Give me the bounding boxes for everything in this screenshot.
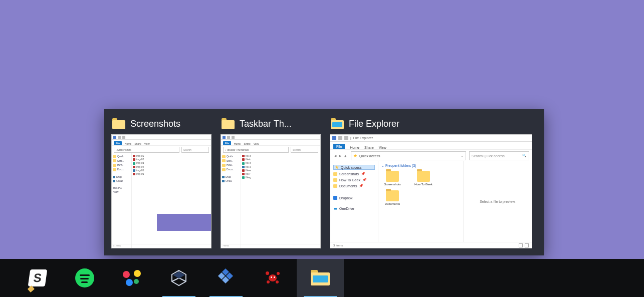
thumb-titlebar: | File Explorer: [330, 135, 532, 142]
preview-thumbnail[interactable]: | File Explorer File Home Share View ◄ ►…: [330, 134, 532, 248]
ribbon-tab: Home: [350, 146, 359, 149]
sidebar-onedrive: OneDrive: [333, 207, 375, 210]
virtualbox-icon: [170, 269, 188, 287]
preview-header: Taskbar Th...: [221, 114, 321, 134]
folder-item: Screenshots: [381, 171, 403, 186]
preview-title: File Explorer: [349, 119, 399, 129]
taskbar-app-explorer[interactable]: [297, 259, 344, 297]
sidebar-item: Screenshots📌: [333, 172, 375, 176]
thumb-sidebar: Quick access Screenshots📌 How To Geek📌 D…: [330, 161, 378, 242]
window-preview[interactable]: File Explorer | File Explorer File Home …: [330, 114, 532, 248]
window-preview[interactable]: Taskbar Th... FileHomeShareView › Taskba…: [221, 114, 321, 248]
file-explorer-icon: [331, 118, 344, 129]
sidebar-quick-access: Quick access: [333, 165, 375, 170]
ribbon-tab: Share: [364, 146, 374, 149]
thumb-title: File Explorer: [353, 136, 373, 140]
preview-title: Taskbar Th...: [240, 119, 292, 129]
folder-icon: [112, 118, 125, 129]
taskbar-app-slack[interactable]: S: [14, 259, 61, 297]
folder-item: How To Geek: [412, 171, 435, 186]
status-text: 3 items: [333, 244, 343, 247]
ribbon-file: File: [333, 144, 345, 149]
taskbar-app-spotify[interactable]: [61, 259, 108, 297]
spotify-icon: [75, 268, 94, 287]
preview-header: Screenshots: [111, 114, 211, 134]
slack-icon: S: [28, 269, 48, 286]
taskbar-app-paint[interactable]: [108, 259, 155, 297]
taskbar-preview-popover: Screenshots FileHomeShareView › Screensh…: [104, 109, 544, 255]
taskbar: S: [0, 259, 644, 297]
taskbar-app-virtualbox[interactable]: [155, 259, 202, 297]
address-path: Quick access: [359, 154, 380, 158]
search-placeholder: Search Quick access: [472, 154, 505, 158]
content-section: Frequent folders (3): [385, 164, 416, 167]
paint-icon: [123, 270, 141, 286]
preview-title: Screenshots: [130, 119, 180, 129]
sidebar-item: Documents📌: [333, 184, 375, 188]
taskbar-app-regedit[interactable]: [202, 259, 250, 297]
thumb-ribbon: File Home Share View: [330, 142, 532, 150]
taskbar-app-irfanview[interactable]: [250, 259, 297, 297]
thumb-statusbar: 3 items: [330, 242, 532, 248]
preview-header: File Explorer: [330, 114, 532, 134]
registry-icon: [218, 269, 235, 286]
window-preview[interactable]: Screenshots FileHomeShareView › Screensh…: [111, 114, 211, 248]
file-explorer-icon: [311, 270, 330, 286]
thumb-content: ⌄ Frequent folders (3) Screenshots How T…: [378, 161, 464, 242]
sidebar-item: How To Geek📌: [333, 178, 375, 182]
ribbon-tab: View: [379, 146, 386, 149]
thumb-addressbar: ◄ ► ▲ Quick access⌄ Search Quick access🔍: [333, 151, 529, 160]
folder-item: Documents: [381, 190, 403, 206]
preview-thumbnail[interactable]: FileHomeShareView › Taskbar ThumbnailsSe…: [221, 134, 321, 248]
thumb-preview-pane: Select a file to preview.: [464, 161, 532, 242]
irfanview-icon: [265, 270, 282, 285]
preview-thumbnail[interactable]: FileHomeShareView › ScreenshotsSearch Qu…: [111, 134, 211, 248]
sidebar-dropbox: Dropbox: [333, 196, 375, 200]
folder-icon: [222, 118, 235, 129]
